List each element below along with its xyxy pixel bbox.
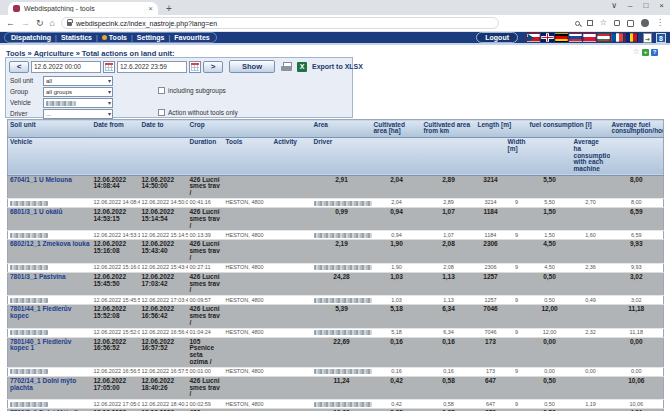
back-icon[interactable]: ← — [6, 18, 15, 28]
new-tab-button[interactable]: + — [166, 2, 172, 15]
app-logo-icon[interactable]: 8 — [656, 33, 666, 43]
vehicle-avg-fuel-hour: 10,06 — [610, 400, 664, 409]
including-subgroups-checkbox[interactable] — [158, 87, 165, 94]
vehicle-avg-fuel-hour: 8,00 — [610, 198, 664, 207]
logout-button[interactable]: Logout — [476, 32, 518, 43]
calendar-from-icon[interactable] — [103, 61, 115, 73]
menu-item-tools[interactable]: Tools — [102, 34, 127, 41]
minimize-icon[interactable]: – — [628, 1, 632, 10]
land-unit-link[interactable]: 7801/3_1 Pastvina — [10, 273, 66, 280]
header-row-vehicle: Vehicle Duration Tools Activity Driver W… — [8, 137, 664, 175]
col-cultivated-km[interactable]: Cultivated area from km — [422, 120, 476, 138]
land-unit-cultivated-ha: 0,16 — [372, 337, 422, 367]
flag-fr-icon[interactable] — [611, 33, 624, 42]
col-tools[interactable]: Tools — [224, 137, 272, 175]
flag-hu-icon[interactable] — [597, 33, 610, 42]
vehicle-duration: 00:09:57 — [188, 296, 224, 305]
land-unit-link[interactable]: 6704/1_1 U Melouna — [10, 176, 72, 183]
help-icon[interactable]: ? — [651, 49, 658, 56]
tab-search-icon[interactable]: ∨ — [611, 1, 617, 10]
flag-gb-icon[interactable] — [541, 33, 554, 42]
zoom-search-icon[interactable] — [575, 21, 580, 26]
action-without-tools-label: Action without tools only — [168, 109, 238, 116]
col-date-from[interactable]: Date from — [92, 120, 140, 138]
forward-icon[interactable]: → — [21, 18, 30, 28]
export-page-icon[interactable] — [643, 33, 652, 43]
address-bar[interactable]: webdispecink.cz/index_nastroje.php?lang=… — [61, 17, 499, 29]
vehicle-duration: 01:04:24 — [188, 328, 224, 337]
flag-ro-icon[interactable] — [625, 33, 638, 42]
profile-box-icon[interactable] — [627, 20, 634, 27]
col-date-to[interactable]: Date to — [140, 120, 188, 138]
land-unit-length: 647 — [476, 376, 506, 399]
action-without-tools-checkbox[interactable] — [158, 109, 165, 116]
avatar[interactable] — [641, 19, 649, 27]
menu-separator: | — [55, 34, 57, 41]
group-select[interactable]: all groups — [43, 87, 113, 97]
home-icon[interactable]: ⌂ — [50, 18, 55, 28]
favorite-star-icon[interactable]: ☆ — [633, 48, 640, 56]
vehicle-avg-fuel-hour: 9,93 — [610, 263, 664, 272]
extensions-icon[interactable] — [614, 20, 620, 26]
land-unit-fuel: 4,50 — [528, 240, 572, 263]
vehicle-avg-ha-machine: 0,00 — [572, 367, 610, 376]
soil-unit-select[interactable]: all — [43, 76, 113, 86]
land-unit-link[interactable]: 7702/14_1 Dolni mýto plachta — [10, 377, 76, 391]
menu-item-dispatching[interactable]: Dispatching — [11, 34, 51, 41]
close-window-icon[interactable]: × — [659, 1, 664, 10]
col-duration[interactable]: Duration — [188, 137, 224, 175]
col-avg-fuel-hour[interactable]: Average fuel consumption/hour — [610, 120, 664, 138]
col-area[interactable]: Area — [312, 120, 372, 138]
reload-icon[interactable]: ↻ — [36, 18, 44, 28]
menu-item-settings[interactable]: Settings — [137, 34, 165, 41]
flag-pl-icon[interactable] — [583, 33, 596, 42]
col-vehicle[interactable]: Vehicle — [8, 137, 92, 175]
vehicle-cultivated-ha: 5,18 — [372, 328, 422, 337]
export-xlsx-link[interactable]: Export to XLSX — [312, 63, 363, 70]
menu-kebab-icon[interactable]: ⋮ — [656, 19, 664, 27]
land-unit-link[interactable]: 7801/40_1 Fiedlerův kopec 1 — [10, 338, 71, 352]
bookmark-star-icon[interactable]: ☆ — [600, 19, 607, 27]
date-from-input[interactable] — [31, 61, 101, 73]
land-unit-link[interactable]: 6802/12_1 Zmekova louka — [10, 240, 90, 247]
col-activity[interactable]: Activity — [272, 137, 312, 175]
col-soil-unit[interactable]: Soil unit — [8, 120, 92, 138]
tab-close-icon[interactable]: × — [148, 5, 153, 13]
col-length[interactable]: Length [m] — [476, 120, 528, 138]
col-driver[interactable]: Driver — [312, 137, 372, 175]
browser-tab[interactable]: Webdispatching - tools × — [8, 2, 158, 15]
land-unit-length: 2306 — [476, 240, 506, 263]
show-button[interactable]: Show — [229, 60, 275, 73]
vehicle-select[interactable] — [43, 98, 113, 108]
add-icon[interactable]: + — [642, 49, 649, 56]
land-unit-link[interactable]: 7801/44_1 Fiedlerův kopec — [10, 305, 71, 319]
col-fuel[interactable]: fuel consumption [l] — [528, 120, 610, 138]
print-icon[interactable] — [281, 62, 292, 71]
vehicle-date-from: 12.06.2022 15:52:08 — [92, 328, 140, 337]
flag-sk-icon[interactable] — [569, 33, 582, 42]
col-avg-ha-machine[interactable]: Average ha consumption with each machine — [572, 137, 610, 175]
land-unit-cultivated-km: 0,58 — [422, 376, 476, 399]
menu-item-favourites[interactable]: Favourites — [174, 34, 209, 41]
land-unit-row: 7702/14_1 Dolni mýto plachta 12.06.2022 … — [8, 376, 664, 399]
vehicle-avg-ha-machine: 1,60 — [572, 231, 610, 240]
xlsx-icon[interactable]: X — [297, 62, 307, 72]
col-width[interactable]: Width [m] — [506, 137, 528, 175]
vehicle-date-to: 12.06.2022 14:50:00 — [140, 198, 188, 207]
next-day-button[interactable]: > — [203, 61, 223, 73]
land-unit-crop: 426 Lucni smes trav / — [188, 240, 224, 263]
share-icon[interactable] — [587, 20, 593, 26]
maximize-icon[interactable]: □ — [643, 1, 648, 10]
menu-item-statistics[interactable]: Statistics — [61, 34, 92, 41]
date-to-input[interactable] — [117, 61, 187, 73]
land-unit-link[interactable]: 6801/3_1 U okálů — [10, 208, 62, 215]
col-cultivated-ha[interactable]: Cultivated area [ha] — [372, 120, 422, 138]
col-crop[interactable]: Crop — [188, 120, 312, 138]
calendar-to-icon[interactable] — [189, 61, 201, 73]
flag-de-icon[interactable] — [555, 33, 568, 42]
prev-day-button[interactable]: < — [9, 61, 29, 73]
browser-tab-strip: Webdispatching - tools × + ∨ – □ × — [0, 0, 670, 15]
driver-select[interactable]: ... — [43, 109, 113, 119]
vehicle-name-redacted — [10, 298, 48, 303]
flag-cz-icon[interactable] — [527, 33, 540, 42]
